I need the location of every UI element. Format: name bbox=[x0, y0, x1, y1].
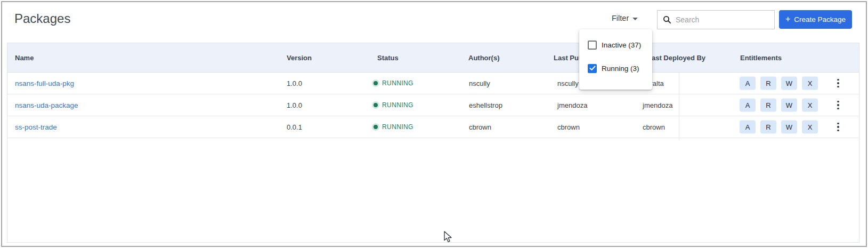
search-icon bbox=[663, 15, 671, 24]
row-actions-kebab-icon[interactable] bbox=[832, 77, 844, 89]
last-published-by-cell: nscully bbox=[557, 79, 579, 87]
status-dot-icon bbox=[374, 103, 378, 107]
column-header-entitlements[interactable]: Entitlements bbox=[740, 54, 782, 62]
column-header-authors[interactable]: Author(s) bbox=[468, 54, 500, 62]
pinned-columns-divider bbox=[679, 73, 679, 140]
search-input[interactable] bbox=[676, 15, 761, 24]
entitlement-chip-a: A bbox=[740, 99, 756, 112]
entitlement-chip-w: W bbox=[781, 99, 797, 112]
table-row: nsans-full-uda-pkg 1.0.0 RUNNING nscully… bbox=[7, 73, 859, 94]
status-badge: RUNNING bbox=[374, 101, 413, 109]
packages-page: Packages Filter + Create Package Name Ve… bbox=[0, 0, 868, 248]
table-row: nsans-uda-package 1.0.0 RUNNING eshellst… bbox=[7, 94, 859, 116]
filter-option-running[interactable]: Running (3) bbox=[588, 63, 652, 73]
plus-icon: + bbox=[785, 14, 790, 24]
entitlement-chip-a: A bbox=[740, 121, 756, 134]
column-header-version[interactable]: Version bbox=[287, 54, 312, 62]
authors-cell: nscully bbox=[469, 79, 490, 87]
page-title: Packages bbox=[14, 11, 70, 26]
search-box[interactable] bbox=[657, 10, 775, 29]
row-actions-kebab-icon[interactable] bbox=[832, 121, 844, 133]
package-name-link[interactable]: nsans-full-uda-pkg bbox=[15, 79, 74, 87]
entitlement-chip-x: X bbox=[802, 99, 818, 112]
entitlement-chip-w: W bbox=[781, 77, 797, 90]
last-deployed-by-cell: cbrown bbox=[643, 123, 665, 131]
chevron-down-icon bbox=[632, 18, 638, 20]
filter-dropdown: Inactive (37) Running (3) bbox=[579, 29, 652, 90]
entitlement-chip-x: X bbox=[802, 121, 818, 134]
version-cell: 1.0.0 bbox=[287, 79, 302, 87]
status-badge: RUNNING bbox=[374, 79, 413, 87]
entitlement-chip-x: X bbox=[802, 77, 818, 90]
entitlement-chip-w: W bbox=[781, 121, 797, 134]
create-package-label: Create Package bbox=[794, 15, 846, 23]
column-header-last-deployed-by[interactable]: Last Deployed By bbox=[647, 54, 705, 62]
entitlement-chips: A R W X bbox=[740, 99, 818, 112]
authors-cell: cbrown bbox=[469, 123, 491, 131]
entitlement-chips: A R W X bbox=[740, 121, 818, 134]
last-published-by-cell: cbrown bbox=[557, 123, 580, 131]
create-package-button[interactable]: + Create Package bbox=[779, 10, 852, 29]
entitlement-chip-r: R bbox=[760, 121, 776, 134]
column-header-name[interactable]: Name bbox=[15, 54, 34, 62]
version-cell: 1.0.0 bbox=[287, 101, 302, 109]
checkbox-unchecked-icon[interactable] bbox=[588, 41, 597, 50]
status-dot-icon bbox=[374, 125, 378, 129]
entitlement-chip-r: R bbox=[760, 99, 776, 112]
last-published-by-cell: jmendoza bbox=[557, 101, 587, 109]
checkbox-checked-icon[interactable] bbox=[588, 64, 597, 73]
filter-button-label: Filter bbox=[612, 14, 629, 22]
last-deployed-by-cell: jmendoza bbox=[643, 101, 672, 109]
row-actions-kebab-icon[interactable] bbox=[832, 99, 844, 111]
filter-button[interactable]: Filter bbox=[612, 14, 638, 22]
column-header-status[interactable]: Status bbox=[377, 54, 399, 62]
version-cell: 0.0.1 bbox=[287, 123, 302, 131]
status-badge: RUNNING bbox=[374, 123, 413, 131]
table-row: ss-post-trade 0.0.1 RUNNING cbrown cbrow… bbox=[7, 116, 859, 138]
package-name-link[interactable]: nsans-uda-package bbox=[15, 101, 78, 109]
authors-cell: eshellstrop bbox=[469, 101, 502, 109]
filter-option-inactive[interactable]: Inactive (37) bbox=[588, 40, 652, 50]
entitlement-chip-a: A bbox=[740, 77, 756, 90]
entitlement-chips: A R W X bbox=[740, 77, 818, 90]
packages-table: Name Version Status Author(s) Last Publi… bbox=[7, 43, 859, 243]
package-name-link[interactable]: ss-post-trade bbox=[15, 123, 57, 131]
status-dot-icon bbox=[374, 81, 378, 85]
entitlement-chip-r: R bbox=[760, 77, 776, 90]
table-header-row: Name Version Status Author(s) Last Publi… bbox=[7, 43, 859, 73]
